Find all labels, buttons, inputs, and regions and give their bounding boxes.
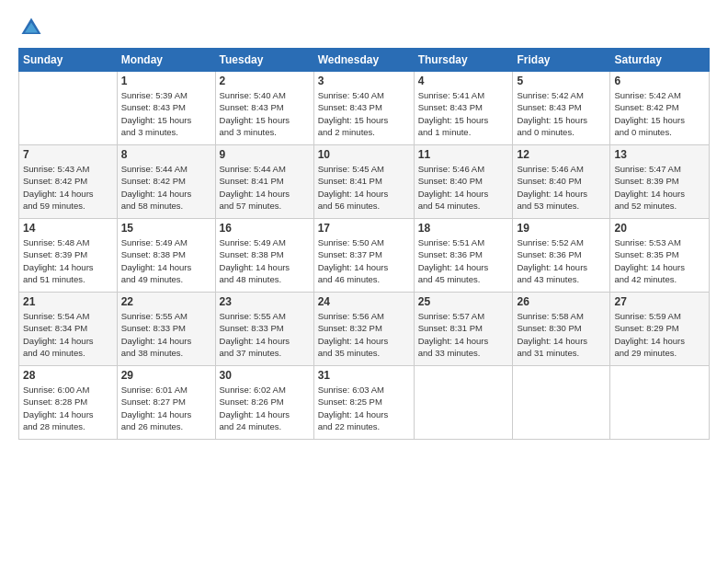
day-info: Sunrise: 5:42 AMSunset: 8:43 PMDaylight:… [517, 89, 606, 138]
logo-icon [18, 15, 44, 40]
day-cell: 7Sunrise: 5:43 AMSunset: 8:42 PMDaylight… [19, 145, 118, 219]
day-cell: 11Sunrise: 5:46 AMSunset: 8:40 PMDayligh… [414, 145, 513, 219]
day-number: 9 [220, 148, 310, 161]
day-info: Sunrise: 5:44 AMSunset: 8:41 PMDaylight:… [220, 163, 310, 212]
day-info: Sunrise: 5:46 AMSunset: 8:40 PMDaylight:… [418, 163, 509, 212]
day-number: 14 [23, 222, 113, 235]
day-info: Sunrise: 5:42 AMSunset: 8:42 PMDaylight:… [614, 89, 705, 138]
day-info: Sunrise: 5:51 AMSunset: 8:36 PMDaylight:… [418, 236, 509, 285]
day-cell: 24Sunrise: 5:56 AMSunset: 8:32 PMDayligh… [313, 293, 414, 366]
day-info: Sunrise: 5:39 AMSunset: 8:43 PMDaylight:… [121, 89, 211, 138]
day-cell [19, 72, 118, 145]
day-number: 4 [418, 75, 509, 87]
day-info: Sunrise: 5:41 AMSunset: 8:43 PMDaylight:… [418, 89, 509, 138]
week-row-5: 28Sunrise: 6:00 AMSunset: 8:28 PMDayligh… [19, 366, 710, 440]
weekday-header-monday: Monday [117, 49, 215, 72]
day-number: 31 [318, 369, 410, 382]
day-number: 15 [121, 222, 211, 235]
day-cell: 9Sunrise: 5:44 AMSunset: 8:41 PMDaylight… [215, 145, 313, 219]
day-number: 10 [318, 148, 410, 161]
day-cell: 6Sunrise: 5:42 AMSunset: 8:42 PMDaylight… [610, 72, 710, 145]
calendar-table: SundayMondayTuesdayWednesdayThursdayFrid… [18, 48, 710, 440]
day-number: 3 [318, 75, 410, 87]
day-info: Sunrise: 5:55 AMSunset: 8:33 PMDaylight:… [121, 310, 211, 359]
logo [18, 15, 48, 40]
day-cell: 21Sunrise: 5:54 AMSunset: 8:34 PMDayligh… [19, 293, 118, 366]
day-info: Sunrise: 5:45 AMSunset: 8:41 PMDaylight:… [318, 163, 410, 212]
week-row-1: 1Sunrise: 5:39 AMSunset: 8:43 PMDaylight… [19, 72, 710, 145]
day-cell: 22Sunrise: 5:55 AMSunset: 8:33 PMDayligh… [117, 293, 215, 366]
day-cell: 28Sunrise: 6:00 AMSunset: 8:28 PMDayligh… [19, 366, 118, 440]
day-info: Sunrise: 5:57 AMSunset: 8:31 PMDaylight:… [418, 310, 509, 359]
day-info: Sunrise: 5:54 AMSunset: 8:34 PMDaylight:… [23, 310, 113, 359]
day-cell: 10Sunrise: 5:45 AMSunset: 8:41 PMDayligh… [313, 145, 414, 219]
day-cell: 13Sunrise: 5:47 AMSunset: 8:39 PMDayligh… [610, 145, 710, 219]
week-row-2: 7Sunrise: 5:43 AMSunset: 8:42 PMDaylight… [19, 145, 710, 219]
day-cell [414, 366, 513, 440]
day-info: Sunrise: 5:40 AMSunset: 8:43 PMDaylight:… [318, 89, 410, 138]
day-number: 29 [121, 369, 211, 382]
day-number: 17 [318, 222, 410, 235]
day-number: 28 [23, 369, 113, 382]
day-cell: 25Sunrise: 5:57 AMSunset: 8:31 PMDayligh… [414, 293, 513, 366]
day-cell: 14Sunrise: 5:48 AMSunset: 8:39 PMDayligh… [19, 219, 118, 293]
day-cell: 12Sunrise: 5:46 AMSunset: 8:40 PMDayligh… [513, 145, 610, 219]
day-info: Sunrise: 5:56 AMSunset: 8:32 PMDaylight:… [318, 310, 410, 359]
day-info: Sunrise: 6:00 AMSunset: 8:28 PMDaylight:… [23, 384, 113, 432]
day-info: Sunrise: 5:53 AMSunset: 8:35 PMDaylight:… [614, 236, 705, 285]
day-info: Sunrise: 5:44 AMSunset: 8:42 PMDaylight:… [121, 163, 211, 212]
day-info: Sunrise: 5:49 AMSunset: 8:38 PMDaylight:… [220, 236, 310, 285]
day-info: Sunrise: 5:55 AMSunset: 8:33 PMDaylight:… [220, 310, 310, 359]
day-number: 11 [418, 148, 509, 161]
day-cell: 26Sunrise: 5:58 AMSunset: 8:30 PMDayligh… [513, 293, 610, 366]
day-cell: 16Sunrise: 5:49 AMSunset: 8:38 PMDayligh… [215, 219, 313, 293]
week-row-4: 21Sunrise: 5:54 AMSunset: 8:34 PMDayligh… [19, 293, 710, 366]
day-number: 2 [220, 75, 310, 87]
day-cell: 18Sunrise: 5:51 AMSunset: 8:36 PMDayligh… [414, 219, 513, 293]
weekday-header-thursday: Thursday [414, 49, 513, 72]
week-row-3: 14Sunrise: 5:48 AMSunset: 8:39 PMDayligh… [19, 219, 710, 293]
day-cell: 15Sunrise: 5:49 AMSunset: 8:38 PMDayligh… [117, 219, 215, 293]
day-info: Sunrise: 5:52 AMSunset: 8:36 PMDaylight:… [517, 236, 606, 285]
day-number: 16 [220, 222, 310, 235]
day-number: 8 [121, 148, 211, 161]
day-cell [610, 366, 710, 440]
day-number: 20 [614, 222, 705, 235]
day-cell: 20Sunrise: 5:53 AMSunset: 8:35 PMDayligh… [610, 219, 710, 293]
weekday-header-tuesday: Tuesday [215, 49, 313, 72]
day-number: 24 [318, 295, 410, 308]
day-number: 27 [614, 295, 705, 308]
day-info: Sunrise: 5:59 AMSunset: 8:29 PMDaylight:… [614, 310, 705, 359]
day-info: Sunrise: 5:58 AMSunset: 8:30 PMDaylight:… [517, 310, 606, 359]
day-number: 1 [121, 75, 211, 87]
day-number: 6 [614, 75, 705, 87]
day-info: Sunrise: 5:43 AMSunset: 8:42 PMDaylight:… [23, 163, 113, 212]
day-info: Sunrise: 5:40 AMSunset: 8:43 PMDaylight:… [220, 89, 310, 138]
day-info: Sunrise: 5:48 AMSunset: 8:39 PMDaylight:… [23, 236, 113, 285]
day-info: Sunrise: 6:03 AMSunset: 8:25 PMDaylight:… [318, 384, 410, 432]
day-cell: 3Sunrise: 5:40 AMSunset: 8:43 PMDaylight… [313, 72, 414, 145]
day-number: 12 [517, 148, 606, 161]
day-cell: 30Sunrise: 6:02 AMSunset: 8:26 PMDayligh… [215, 366, 313, 440]
weekday-header-row: SundayMondayTuesdayWednesdayThursdayFrid… [19, 49, 710, 72]
day-number: 30 [220, 369, 310, 382]
day-cell: 31Sunrise: 6:03 AMSunset: 8:25 PMDayligh… [313, 366, 414, 440]
day-number: 19 [517, 222, 606, 235]
weekday-header-friday: Friday [513, 49, 610, 72]
day-cell: 4Sunrise: 5:41 AMSunset: 8:43 PMDaylight… [414, 72, 513, 145]
weekday-header-wednesday: Wednesday [313, 49, 414, 72]
day-cell [513, 366, 610, 440]
day-info: Sunrise: 5:47 AMSunset: 8:39 PMDaylight:… [614, 163, 705, 212]
day-number: 26 [517, 295, 606, 308]
day-number: 18 [418, 222, 509, 235]
day-number: 22 [121, 295, 211, 308]
day-cell: 23Sunrise: 5:55 AMSunset: 8:33 PMDayligh… [215, 293, 313, 366]
day-info: Sunrise: 5:49 AMSunset: 8:38 PMDaylight:… [121, 236, 211, 285]
day-number: 23 [220, 295, 310, 308]
day-cell: 27Sunrise: 5:59 AMSunset: 8:29 PMDayligh… [610, 293, 710, 366]
day-info: Sunrise: 5:50 AMSunset: 8:37 PMDaylight:… [318, 236, 410, 285]
day-number: 25 [418, 295, 509, 308]
day-info: Sunrise: 6:01 AMSunset: 8:27 PMDaylight:… [121, 384, 211, 432]
day-cell: 29Sunrise: 6:01 AMSunset: 8:27 PMDayligh… [117, 366, 215, 440]
day-info: Sunrise: 6:02 AMSunset: 8:26 PMDaylight:… [220, 384, 310, 432]
